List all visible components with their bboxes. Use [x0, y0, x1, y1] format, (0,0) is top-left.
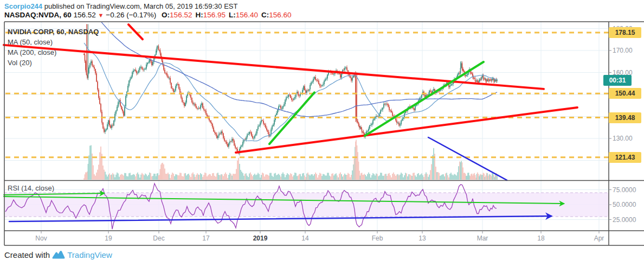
time-axis-label: 13	[418, 235, 426, 242]
symbol-name: NASDAQ:NVDA, 60	[4, 11, 72, 19]
time-axis-label: 2019	[253, 235, 268, 242]
time-axis-label: Apr	[594, 235, 604, 242]
legend-ma200: MA (200, close)	[8, 48, 56, 56]
chart-canvas	[0, 0, 644, 266]
time-axis-label: Feb	[372, 235, 383, 242]
time-axis-label: Mar	[477, 235, 488, 242]
rsi-legend: RSI (14, close)	[8, 184, 54, 192]
time-axis-label: 19	[105, 235, 112, 242]
publish-line: Scorpio244 published on TradingView.com,…	[4, 2, 237, 10]
price-level-badge: 121.43	[609, 152, 641, 163]
legend-ma50: MA (50, close)	[8, 38, 53, 46]
rsi-blue	[9, 216, 551, 221]
time-axis-label: 14	[301, 235, 308, 242]
ma200-line	[84, 7, 497, 117]
ohlc-key: C:	[261, 11, 269, 19]
price-change: −0.26 (−0.17%)	[106, 11, 156, 19]
ohlc-key: H:	[195, 11, 203, 19]
ohlc-values: O:156.52H:156.95L:156.40C:156.60	[158, 11, 291, 19]
time-axis-label: 17	[202, 235, 209, 242]
legend-title: NVIDIA CORP, 60, NASDAQ	[8, 28, 99, 36]
time-axis-label: 18	[537, 235, 544, 242]
ohlc-key: O:	[162, 11, 170, 19]
bar-countdown-badge: 00:31	[603, 75, 632, 86]
time-axis-label: Nov	[35, 235, 47, 242]
price-level-badge: 139.48	[609, 112, 641, 123]
rsi-axis-label: 50.0000	[613, 201, 636, 208]
tradingview-brand-link[interactable]: TradingView	[67, 250, 112, 259]
last-price: 156.52	[74, 11, 96, 19]
symbol-line: NASDAQ:NVDA, 60 156.52 ▼ −0.26 (−0.17%) …	[4, 11, 292, 19]
ohlc-key: L:	[229, 11, 236, 19]
ohlc-value: 156.95	[203, 11, 226, 19]
rsi-axis-label: 25.0000	[613, 216, 636, 224]
price-axis-label: 130.00	[613, 135, 633, 142]
rsi-band	[4, 193, 609, 217]
price-level-badge: 178.15	[609, 27, 641, 38]
ohlc-value: 156.40	[236, 11, 258, 19]
price-level-badge: 150.44	[609, 88, 641, 99]
ohlc-value: 156.60	[269, 11, 291, 19]
tradingview-snapshot: Scorpio244 published on TradingView.com,…	[0, 0, 644, 266]
created-with-text: Created with	[4, 250, 50, 259]
username-link[interactable]: Scorpio244	[4, 2, 42, 10]
time-axis-label: Dec	[153, 235, 164, 242]
price-axis-label: 170.00	[613, 47, 633, 54]
down-triangle-icon: ▼	[98, 12, 104, 18]
legend-vol: Vol (20)	[8, 59, 32, 67]
tradingview-logo-icon[interactable]	[52, 250, 65, 259]
publish-text: published on TradingView.com, March 05, …	[42, 2, 237, 10]
ohlc-value: 156.52	[170, 11, 192, 19]
footer: Created with TradingView	[4, 250, 112, 259]
rsi-axis-label: 75.0000	[613, 186, 636, 194]
